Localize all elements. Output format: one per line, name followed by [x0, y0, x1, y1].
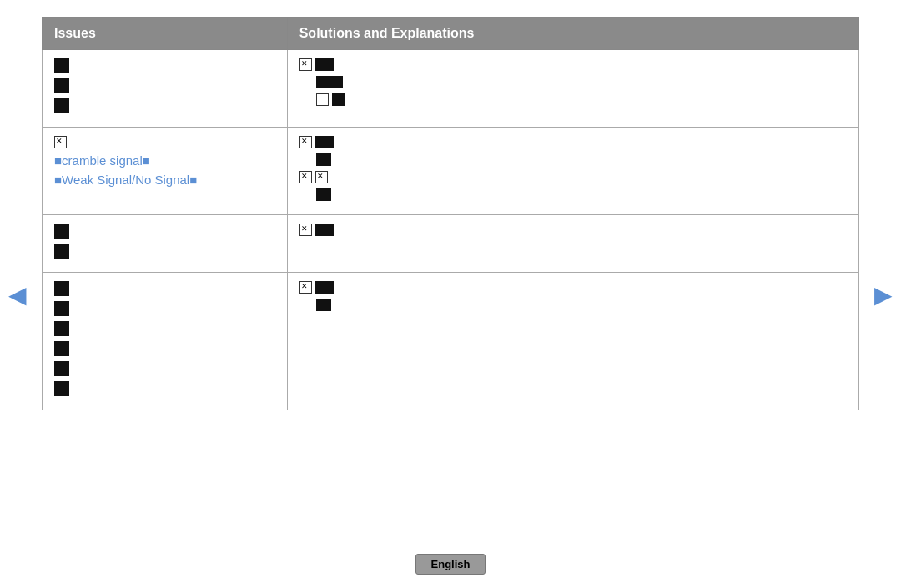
checkbox-icon — [299, 281, 312, 294]
issue-icon — [54, 98, 69, 113]
solutions-cell-2 — [287, 128, 858, 215]
solution-icon — [332, 93, 345, 106]
nav-arrow-right[interactable]: ▶ — [874, 280, 893, 308]
checkbox-icon — [299, 171, 312, 183]
table-row: ■cramble signal■ ■Weak Signal/No Signal■ — [43, 128, 859, 215]
solutions-cell-4 — [287, 273, 858, 410]
solution-icon — [316, 188, 331, 201]
issue-checkbox-icon — [54, 136, 67, 148]
table-row — [43, 215, 859, 273]
col-header-issues: Issues — [43, 18, 288, 50]
solution-icon — [315, 136, 334, 148]
issue-icon — [54, 58, 69, 73]
issue-link-weak-signal[interactable]: ■Weak Signal/No Signal■ — [54, 173, 197, 187]
table-row — [43, 50, 859, 128]
col-header-solutions: Solutions and Explanations — [287, 18, 858, 50]
issue-icon — [54, 361, 69, 376]
issue-icon — [54, 224, 69, 239]
table-row — [43, 273, 859, 410]
solution-icon — [316, 76, 343, 88]
solution-icon — [316, 153, 331, 166]
issues-cell-2: ■cramble signal■ ■Weak Signal/No Signal■ — [43, 128, 288, 215]
issues-cell-3 — [43, 215, 288, 273]
issue-icon — [54, 78, 69, 93]
solutions-cell-3 — [287, 215, 858, 273]
nav-arrow-left[interactable]: ◀ — [8, 280, 27, 308]
issue-icon — [54, 341, 69, 356]
checkbox-icon — [299, 58, 312, 71]
issue-icon — [54, 321, 69, 336]
solution-icon — [316, 299, 331, 311]
solutions-cell-1 — [287, 50, 858, 128]
checkbox-icon — [299, 136, 312, 148]
solution-icon — [315, 58, 334, 71]
issue-icon — [54, 281, 69, 296]
checkbox-icon — [299, 224, 312, 236]
issue-icon — [54, 381, 69, 396]
troubleshooting-table: Issues Solutions and Explanations — [42, 17, 859, 410]
footer-bar: English — [42, 545, 859, 580]
issues-cell-4 — [43, 273, 288, 410]
issues-cell-1 — [43, 50, 288, 128]
language-button[interactable]: English — [415, 554, 486, 575]
solution-icon — [315, 281, 334, 294]
checkbox-icon — [315, 171, 328, 183]
issue-icon — [54, 301, 69, 316]
solution-icon — [315, 224, 334, 236]
issue-icon — [54, 244, 69, 259]
checkbox-icon — [316, 93, 329, 106]
issue-link-scramble[interactable]: ■cramble signal■ — [54, 153, 150, 168]
page-wrapper: ◀ ▶ Issues Solutions and Explanations — [0, 0, 901, 588]
